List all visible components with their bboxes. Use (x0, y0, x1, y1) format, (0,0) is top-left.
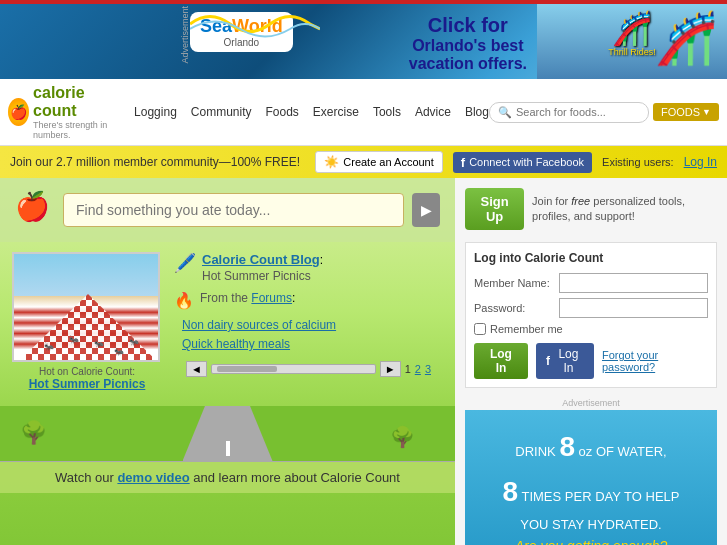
picnic-photo: 🐜 🐜 🐜 🐜 🐜 (12, 252, 160, 362)
nav-links: Logging Community Foods Exercise Tools A… (134, 105, 489, 119)
logo-text: calorie count (33, 84, 85, 119)
scroll-thumb (217, 366, 277, 372)
svg-text:🐜: 🐜 (69, 334, 79, 344)
signup-row: Sign Up Join for free personalized tools… (465, 188, 717, 230)
forum-row: 🔥 From the Forums: (174, 291, 443, 310)
connect-facebook-button[interactable]: f Connect with Facebook (453, 152, 592, 173)
signup-button[interactable]: Sign Up (465, 188, 524, 230)
remember-row: Remember me (474, 323, 708, 335)
scroll-right-button[interactable]: ► (380, 361, 401, 377)
forum-item-2[interactable]: Quick healthy meals (182, 337, 443, 351)
page-3[interactable]: 3 (425, 363, 431, 375)
food-search-input[interactable] (63, 193, 404, 227)
search-section: 🍎 ▶ (0, 178, 455, 242)
member-name-input[interactable] (559, 273, 708, 293)
blog-title-link[interactable]: Calorie Count Blog (202, 252, 320, 267)
main-content: 🍎 ▶ (0, 178, 727, 545)
logo: 🍎 calorie count There's strength in numb… (8, 84, 119, 140)
password-row: Password: (474, 298, 708, 318)
demo-video-link[interactable]: demo video (117, 470, 189, 485)
login-actions: Log In f Log In Forgot your password? (474, 343, 708, 379)
blog-icon: 🖊️ (174, 252, 196, 274)
tree-left-icon: 🌳 (20, 420, 47, 446)
password-label: Password: (474, 302, 559, 314)
svg-text:🐜: 🐜 (94, 338, 104, 348)
svg-marker-4 (14, 294, 160, 362)
search-area: 🔍 FOODS ▼ (489, 102, 719, 123)
search-input[interactable] (516, 106, 636, 118)
login-button[interactable]: Log In (474, 343, 528, 379)
nav-advice[interactable]: Advice (415, 105, 451, 119)
apple-logo-icon: 🍎 (15, 190, 55, 230)
page-numbers: 1 2 3 (405, 363, 431, 375)
ad-coaster-image: 🎢 Thrill Rides! (537, 4, 727, 79)
login-box: Log into Calorie Count Member Name: Pass… (465, 242, 717, 388)
food-search-row: 🍎 ▶ (15, 190, 440, 230)
sky-bg (14, 254, 158, 296)
photo-caption: Hot on Calorie Count: (12, 366, 162, 377)
member-name-label: Member Name: (474, 277, 559, 289)
demo-bar: Watch our demo video and learn more abou… (0, 461, 455, 493)
svg-text:🐜: 🐜 (129, 336, 139, 346)
logo-sub: There's strength in numbers. (33, 120, 119, 140)
ad-label: Advertisement (180, 6, 190, 64)
content-row: 🐜 🐜 🐜 🐜 🐜 Hot on Calorie Count: Hot Summ… (0, 242, 455, 401)
right-ad-label: Advertisement (465, 398, 717, 408)
password-input[interactable] (559, 298, 708, 318)
forum-item-1[interactable]: Non dairy sources of calcium (182, 318, 443, 332)
seaworld-wave (190, 9, 320, 39)
dropdown-arrow-icon: ▼ (702, 107, 711, 117)
nav-tools[interactable]: Tools (373, 105, 401, 119)
navbar: 🍎 calorie count There's strength in numb… (0, 79, 727, 146)
scroll-bar: ◄ ► 1 2 3 (174, 356, 443, 382)
forums-link[interactable]: Forums (251, 291, 292, 305)
facebook-login-icon: f (546, 354, 550, 368)
right-panel: Sign Up Join for free personalized tools… (455, 178, 727, 545)
ad-text: Click for Orlando's best vacation offers… (409, 14, 527, 73)
nav-logging[interactable]: Logging (134, 105, 177, 119)
remember-me-checkbox[interactable] (474, 323, 486, 335)
join-text: Join our 2.7 million member community—10… (10, 155, 305, 169)
nav-blog[interactable]: Blog (465, 105, 489, 119)
page-2[interactable]: 2 (415, 363, 421, 375)
logo-icon: 🍎 (8, 98, 29, 126)
right-ad: DRINK 8 oz OF WATER, 8 TIMES PER DAY TO … (465, 410, 717, 545)
scroll-track[interactable] (211, 364, 376, 374)
svg-text:🐜: 🐜 (114, 346, 124, 356)
facebook-icon: f (461, 155, 465, 170)
foods-dropdown-button[interactable]: FOODS ▼ (653, 103, 719, 121)
member-name-row: Member Name: (474, 273, 708, 293)
search-box-container: 🔍 (489, 102, 649, 123)
create-account-button[interactable]: ☀️ Create an Account (315, 151, 443, 173)
facebook-login-button[interactable]: f Log In (536, 343, 594, 379)
forum-icon: 🔥 (174, 291, 194, 310)
left-panel: 🍎 ▶ (0, 178, 455, 545)
nav-community[interactable]: Community (191, 105, 252, 119)
blanket: 🐜 🐜 🐜 🐜 🐜 (14, 294, 158, 360)
blog-subtitle: Hot Summer Picnics (202, 269, 323, 283)
remember-me-label: Remember me (490, 323, 563, 335)
ad-banner: Advertisement SeaWorld Orlando Click for… (0, 4, 727, 79)
login-title: Log into Calorie Count (474, 251, 708, 265)
from-forums-label: From the (200, 291, 251, 305)
signup-text: Join for free personalized tools, profil… (532, 194, 717, 225)
hot-summer-picnics-link[interactable]: Hot Summer Picnics (12, 377, 162, 391)
sun-icon: ☀️ (324, 155, 339, 169)
road-section: 🌳 🌳 (0, 406, 455, 461)
existing-users-label: Existing users: (602, 156, 674, 168)
search-go-button[interactable]: ▶ (412, 193, 440, 227)
svg-text:🐜: 🐜 (44, 341, 54, 351)
scroll-left-button[interactable]: ◄ (186, 361, 207, 377)
existing-login-link[interactable]: Log In (684, 155, 717, 169)
nav-exercise[interactable]: Exercise (313, 105, 359, 119)
nav-foods[interactable]: Foods (266, 105, 299, 119)
page-1[interactable]: 1 (405, 363, 411, 375)
forgot-password-link[interactable]: Forgot your password? (602, 349, 708, 373)
search-icon: 🔍 (498, 106, 512, 119)
tree-right-icon: 🌳 (390, 425, 415, 449)
blog-row: 🖊️ Calorie Count Blog: Hot Summer Picnic… (174, 252, 443, 283)
road-center-line (226, 441, 230, 456)
join-bar: Join our 2.7 million member community—10… (0, 146, 727, 178)
photo-box: 🐜 🐜 🐜 🐜 🐜 Hot on Calorie Count: Hot Summ… (12, 252, 162, 391)
blog-section: 🖊️ Calorie Count Blog: Hot Summer Picnic… (174, 252, 443, 391)
